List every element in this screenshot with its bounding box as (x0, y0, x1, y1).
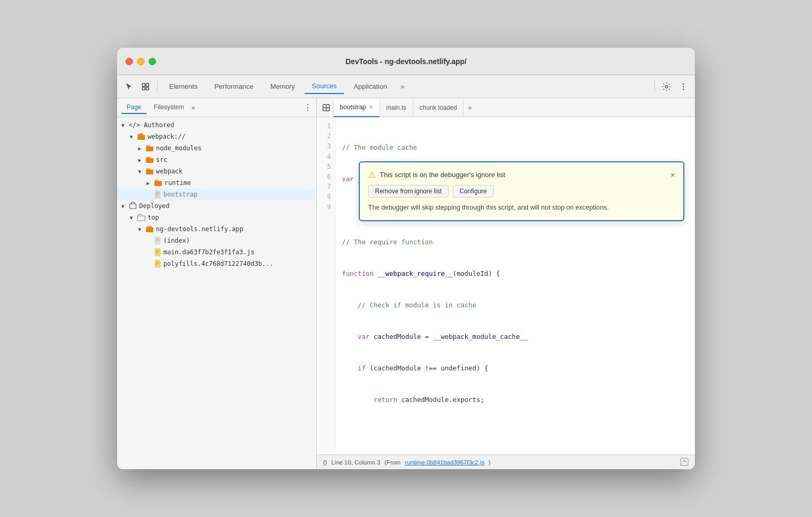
tree-label-main-js: main.da63f7b2fe3f1fa3.js (163, 249, 254, 256)
tree-polyfills[interactable]: polyfills.4c768d7122740d3b... (117, 258, 316, 270)
tab-bootstrap[interactable]: bootstrap × (334, 98, 380, 117)
configure-button[interactable]: Configure (453, 185, 494, 198)
tree-label-netlify: ng-devtools.netlify.app (156, 225, 243, 233)
folder-icon-node-modules (145, 144, 154, 152)
cursor-icon[interactable] (121, 79, 136, 94)
file-icon-bootstrap (154, 190, 161, 199)
svg-rect-11 (138, 216, 145, 221)
notice-close-button[interactable]: × (671, 171, 675, 179)
svg-rect-0 (142, 84, 145, 86)
status-close-paren: ) (488, 459, 491, 466)
toolbar-divider-2 (654, 80, 655, 93)
right-panel: bootstrap × main.ts chunk loaded » 1 (317, 98, 695, 469)
tree-authored[interactable]: ▼ </> Authored (117, 119, 316, 131)
code-line-7: var cachedModule = __webpack_module_cach… (342, 332, 689, 342)
tree-webpack-root[interactable]: ▼ webpack:// (117, 131, 316, 142)
close-button[interactable] (126, 58, 133, 65)
notice-header: ⚠ This script is on the debugger's ignor… (368, 170, 675, 180)
tab-performance[interactable]: Performance (207, 79, 261, 94)
tree-runtime[interactable]: ▶ runtime (117, 177, 316, 189)
status-from-label: (From (384, 459, 401, 466)
tab-page[interactable]: Page (121, 101, 147, 114)
traffic-lights (126, 58, 156, 65)
file-icon-main-js (154, 248, 161, 256)
code-line-6: // Check if module is in cache (342, 300, 689, 311)
tab-chunk-loaded-label: chunk loaded (420, 104, 457, 111)
tree-label-authored: </> Authored (129, 121, 174, 129)
toolbar-divider-1 (157, 80, 158, 93)
panel-options-icon[interactable]: ⋮ (304, 102, 312, 112)
minimize-button[interactable] (137, 58, 144, 65)
toolbar-more[interactable]: » (397, 82, 409, 90)
svg-rect-9 (155, 191, 160, 198)
warning-icon: ⚠ (368, 170, 376, 180)
arrow-webpack: ▼ (130, 134, 137, 140)
tree-label-index: (index) (163, 237, 190, 244)
line-numbers: 1 2 3 4 5 6 7 8 9 (317, 117, 336, 454)
tree-label-runtime: runtime (164, 179, 191, 187)
scroll-to-top-icon[interactable] (680, 458, 689, 466)
tab-memory[interactable]: Memory (263, 79, 303, 94)
deployed-icon (129, 202, 137, 210)
fold-icon[interactable] (319, 100, 334, 115)
code-line-9: return cachedModule.exports; (342, 395, 689, 405)
tree-label-polyfills: polyfills.4c768d7122740d3b... (163, 260, 274, 267)
status-right (680, 458, 689, 467)
left-panel: Page Filesystem » ⋮ ▼ </> Authored ▼ (117, 98, 317, 469)
editor-tab-more[interactable]: » (464, 104, 476, 111)
tab-main-ts-label: main.ts (386, 104, 407, 111)
svg-rect-3 (146, 87, 149, 90)
tab-application[interactable]: Application (346, 79, 394, 94)
tab-sources[interactable]: Sources (305, 79, 345, 94)
tab-chunk-loaded[interactable]: chunk loaded (413, 98, 464, 117)
tab-main-ts[interactable]: main.ts (380, 98, 413, 117)
tree-webpack-folder[interactable]: ▼ webpack (117, 166, 316, 177)
folder-outline-icon-top (137, 214, 145, 221)
tree-bootstrap[interactable]: bootstrap (117, 189, 316, 200)
tab-bootstrap-close[interactable]: × (369, 104, 373, 110)
svg-rect-2 (142, 87, 145, 90)
code-line-1: // The module cache (342, 142, 689, 153)
line-num-1: 1 (317, 121, 335, 131)
tree-deployed[interactable]: ▼ Deployed (117, 200, 316, 212)
content-area: Page Filesystem » ⋮ ▼ </> Authored ▼ (117, 98, 695, 469)
tree-top[interactable]: ▼ top (117, 212, 316, 223)
svg-rect-15 (155, 260, 160, 267)
code-line-4: // The require function (342, 237, 689, 247)
settings-icon[interactable] (659, 79, 674, 94)
panel-tab-more[interactable]: » (191, 104, 195, 111)
arrow-index (147, 238, 154, 244)
tab-filesystem[interactable]: Filesystem (149, 101, 189, 114)
tree-main-js[interactable]: main.da63f7b2fe3f1fa3.js (117, 246, 316, 258)
tree-src[interactable]: ▶ src (117, 154, 316, 166)
file-icon-polyfills (154, 260, 161, 268)
svg-point-4 (665, 85, 668, 88)
arrow-src: ▶ (138, 157, 145, 163)
folder-icon-src (145, 156, 154, 163)
tree-node-modules[interactable]: ▶ node_modules (117, 142, 316, 154)
line-num-9: 9 (317, 202, 335, 212)
inspect-icon[interactable] (138, 79, 153, 94)
svg-point-5 (683, 83, 684, 84)
tree-label-bootstrap: bootstrap (163, 191, 197, 198)
arrow-polyfills (147, 261, 154, 267)
status-braces-icon[interactable]: {} (323, 459, 327, 466)
arrow-deployed: ▼ (121, 203, 129, 209)
panel-tabs: Page Filesystem » ⋮ (117, 98, 316, 117)
arrow-authored: ▼ (121, 122, 129, 128)
status-source-link[interactable]: runtime.0b841bad3967f3c2.js (405, 459, 485, 466)
line-num-7: 7 (317, 182, 335, 192)
tab-elements[interactable]: Elements (162, 79, 205, 94)
line-num-6: 6 (317, 172, 335, 182)
more-options-icon[interactable] (676, 79, 691, 94)
arrow-main-js (147, 250, 154, 255)
arrow-node-modules: ▶ (138, 146, 145, 151)
remove-from-ignore-button[interactable]: Remove from ignore list (368, 185, 449, 198)
svg-rect-17 (681, 458, 688, 466)
tree-netlify[interactable]: ▼ ng-devtools.netlify.app (117, 223, 316, 235)
tree-index[interactable]: (index) (117, 235, 316, 246)
status-position: Line 10, Column 3 (331, 459, 380, 466)
maximize-button[interactable] (149, 58, 156, 65)
tab-bootstrap-label: bootstrap (340, 104, 366, 111)
arrow-netlify: ▼ (138, 226, 145, 232)
